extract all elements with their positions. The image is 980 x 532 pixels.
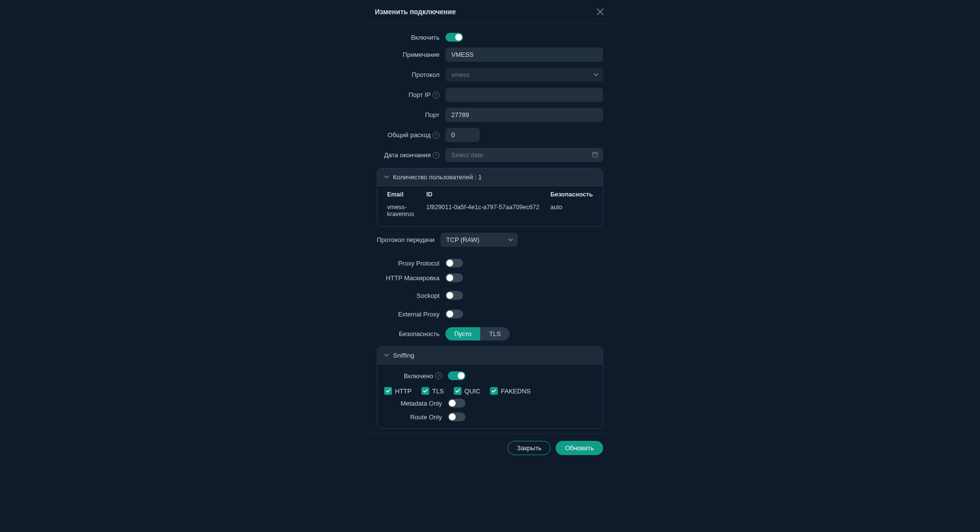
remark-label: Примечание [377, 51, 440, 58]
port-ip-input[interactable] [445, 88, 603, 102]
update-button[interactable]: Обновить [556, 441, 603, 455]
metadata-only-toggle[interactable] [448, 399, 466, 408]
security-seg-empty[interactable]: Пусто [445, 327, 480, 340]
col-id: ID [423, 186, 547, 202]
users-panel-body: Email ID Безопасность vmess-kravenrus 1f… [377, 186, 603, 226]
chevron-down-icon [384, 352, 389, 359]
transport-select[interactable]: TCP (RAW) [441, 233, 518, 247]
route-only-label: Route Only [384, 413, 442, 421]
proxy-protocol-label: Proxy Protocol [377, 260, 440, 267]
port-input[interactable] [445, 108, 603, 122]
close-icon[interactable] [595, 7, 605, 17]
proxy-protocol-toggle[interactable] [445, 259, 463, 267]
expire-label: Дата окончания ? [377, 151, 440, 159]
protocol-select[interactable]: vmess [445, 68, 603, 82]
close-button[interactable]: Закрыть [508, 441, 551, 455]
modal-footer: Закрыть Обновить [366, 434, 614, 462]
remark-input[interactable] [445, 48, 603, 62]
total-label: Общий расход ? [377, 131, 440, 139]
users-panel-title: Количество пользователей : 1 [393, 173, 482, 181]
http-mask-toggle[interactable] [445, 273, 463, 282]
sniff-tls-checkbox[interactable]: TLS [421, 387, 444, 395]
modal-body: Включить Примечание Протокол vmess Порт … [366, 24, 614, 434]
sockopt-toggle[interactable] [445, 291, 463, 300]
table-row: vmess-kravenrus 1f829011-0a5f-4e1c-a797-… [384, 202, 596, 219]
port-ip-label: Порт IP ? [377, 91, 440, 98]
col-email: Email [384, 186, 423, 202]
cell-email: vmess-kravenrus [384, 202, 423, 219]
enable-label: Включить [377, 34, 440, 41]
sniff-http-checkbox[interactable]: HTTP [384, 387, 412, 395]
check-icon [384, 387, 392, 395]
check-icon [490, 387, 498, 395]
security-segmented: Пусто TLS [445, 327, 510, 340]
port-label: Порт [377, 111, 440, 119]
check-icon [421, 387, 429, 395]
sockopt-label: Sockopt [377, 292, 440, 299]
external-proxy-label: External Proxy [377, 311, 440, 318]
cell-id: 1f829011-0a5f-4e1c-a797-57aa709ec672 [423, 202, 547, 219]
security-label: Безопасность [377, 330, 440, 338]
cell-security: auto [547, 202, 596, 219]
modal-title: Изменить подключение [375, 8, 456, 16]
users-panel-header[interactable]: Количество пользователей : 1 [377, 169, 603, 186]
modal-header: Изменить подключение [366, 0, 614, 24]
enable-toggle[interactable] [445, 33, 463, 42]
transport-section: Протокол передачи TCP (RAW) Proxy Protoc… [377, 233, 603, 340]
sniff-quic-checkbox[interactable]: QUIC [454, 387, 481, 395]
info-icon: ? [433, 92, 440, 98]
route-only-toggle[interactable] [448, 412, 466, 421]
edit-connection-modal: Изменить подключение Включить Примечание… [366, 0, 614, 462]
protocol-label: Протокол [377, 71, 440, 78]
total-input[interactable] [445, 128, 480, 142]
info-icon: ? [435, 372, 442, 379]
sniffing-panel-title: Sniffing [393, 352, 414, 359]
col-security: Безопасность [547, 186, 596, 202]
sniffing-panel-header[interactable]: Sniffing [377, 347, 603, 364]
sniffing-enabled-toggle[interactable] [448, 371, 466, 380]
sniffing-panel: Sniffing Включено ? HTTP [377, 346, 603, 429]
users-table: Email ID Безопасность vmess-kravenrus 1f… [384, 186, 596, 219]
sniffing-checkboxes: HTTP TLS QUIC FAKEDNS [384, 385, 596, 399]
users-panel: Количество пользователей : 1 Email ID Бе… [377, 168, 603, 227]
transport-label: Протокол передачи [377, 236, 435, 243]
metadata-only-label: Metadata Only [384, 400, 442, 407]
info-icon: ? [433, 152, 440, 159]
external-proxy-toggle[interactable] [445, 310, 463, 318]
check-icon [454, 387, 462, 395]
sniffing-enabled-label: Включено ? [384, 372, 442, 380]
chevron-down-icon [384, 173, 389, 181]
info-icon: ? [433, 132, 440, 139]
expire-date-input[interactable] [445, 148, 603, 162]
security-seg-tls[interactable]: TLS [480, 327, 510, 340]
sniff-fakedns-checkbox[interactable]: FAKEDNS [490, 387, 531, 395]
sniffing-panel-body: Включено ? HTTP TLS [377, 364, 603, 428]
http-mask-label: HTTP Маскировка [377, 274, 440, 282]
